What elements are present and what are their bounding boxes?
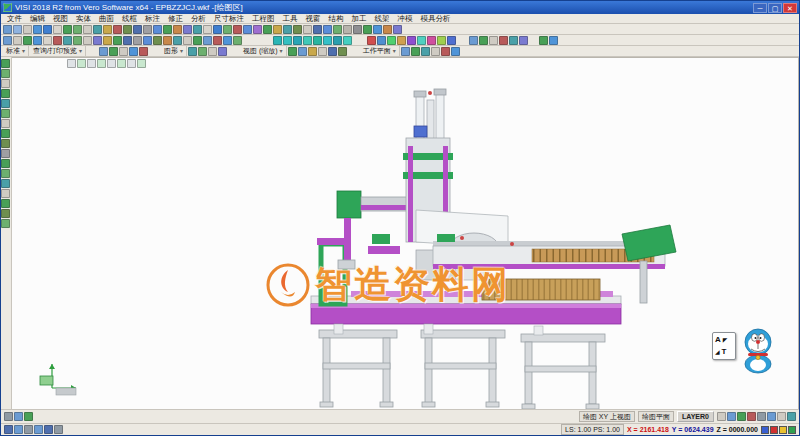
menu-item[interactable]: 分析: [187, 14, 210, 24]
toolbar-icon[interactable]: [328, 47, 337, 56]
toolbar-icon[interactable]: [273, 25, 282, 34]
toolbar-icon[interactable]: [93, 25, 102, 34]
surface-tool-icon[interactable]: [283, 36, 292, 45]
layer-indicator[interactable]: LAYER0: [677, 411, 714, 422]
status-color-indicator[interactable]: [770, 426, 778, 434]
tab-graphics[interactable]: 图形: [161, 46, 187, 56]
toolbar-icon[interactable]: [318, 47, 327, 56]
status-color-indicator[interactable]: [761, 426, 769, 434]
menu-item[interactable]: 工具: [279, 14, 302, 24]
toolbar-icon[interactable]: [233, 36, 242, 45]
sidebar-tool-icon[interactable]: [1, 179, 10, 188]
menu-item[interactable]: 编辑: [26, 14, 49, 24]
status-icon[interactable]: [54, 425, 63, 434]
toolbar-icon[interactable]: [99, 47, 108, 56]
toolbar-icon[interactable]: [203, 25, 212, 34]
menu-item[interactable]: 线框: [118, 14, 141, 24]
toolbar-icon[interactable]: [153, 25, 162, 34]
status-icon[interactable]: [24, 412, 33, 421]
surface-tool-icon[interactable]: [333, 36, 342, 45]
toolbar-icon[interactable]: [323, 25, 332, 34]
toolbar-icon[interactable]: [113, 36, 122, 45]
status-icon[interactable]: [4, 425, 13, 434]
view-orientation-icon[interactable]: [77, 59, 86, 68]
tab-standard[interactable]: 标准: [3, 46, 29, 56]
toolbar-icon[interactable]: [193, 25, 202, 34]
status-icon[interactable]: [14, 425, 23, 434]
toolbar-icon[interactable]: [308, 47, 317, 56]
view-orientation-icon[interactable]: [107, 59, 116, 68]
sidebar-tool-icon[interactable]: [1, 199, 10, 208]
solid-tool-icon[interactable]: [407, 36, 416, 45]
toolbar-icon[interactable]: [23, 36, 32, 45]
toolbar-icon[interactable]: [133, 36, 142, 45]
toolbar-icon[interactable]: [373, 25, 382, 34]
toolbar-icon[interactable]: [143, 25, 152, 34]
toolbar-icon[interactable]: [411, 47, 420, 56]
menu-item[interactable]: 视窗: [302, 14, 325, 24]
toolbar-icon[interactable]: [303, 25, 312, 34]
toolbar-icon[interactable]: [243, 25, 252, 34]
toolbar-icon[interactable]: [431, 47, 440, 56]
toolbar-icon[interactable]: [13, 25, 22, 34]
toolbar-icon[interactable]: [93, 36, 102, 45]
toolbar-icon[interactable]: [163, 25, 172, 34]
toolbar-icon[interactable]: [343, 25, 352, 34]
sidebar-tool-icon[interactable]: [1, 159, 10, 168]
status-icon[interactable]: [727, 412, 736, 421]
toolbar-icon[interactable]: [539, 36, 548, 45]
status-icon[interactable]: [717, 412, 726, 421]
cad-viewport[interactable]: 智造资料网 A◤ ◢T: [12, 57, 799, 411]
menu-item[interactable]: 尺寸标注: [210, 14, 248, 24]
surface-tool-icon[interactable]: [293, 36, 302, 45]
toolbar-icon[interactable]: [129, 47, 138, 56]
menu-item[interactable]: 文件: [3, 14, 26, 24]
toolbar-icon[interactable]: [451, 47, 460, 56]
toolbar-icon[interactable]: [223, 36, 232, 45]
status-icon[interactable]: [767, 412, 776, 421]
status-icon[interactable]: [44, 425, 53, 434]
sidebar-tool-icon[interactable]: [1, 139, 10, 148]
toolbar-icon[interactable]: [499, 36, 508, 45]
view-orientation-icon[interactable]: [97, 59, 106, 68]
solid-tool-icon[interactable]: [377, 36, 386, 45]
solid-tool-icon[interactable]: [397, 36, 406, 45]
toolbar-icon[interactable]: [123, 25, 132, 34]
sidebar-tool-icon[interactable]: [1, 129, 10, 138]
sidebar-tool-icon[interactable]: [1, 59, 10, 68]
toolbar-icon[interactable]: [489, 36, 498, 45]
toolbar-icon[interactable]: [133, 25, 142, 34]
sidebar-tool-icon[interactable]: [1, 189, 10, 198]
toolbar-icon[interactable]: [53, 25, 62, 34]
orientation-widget[interactable]: A◤ ◢T: [712, 332, 736, 360]
toolbar-icon[interactable]: [123, 36, 132, 45]
solid-tool-icon[interactable]: [387, 36, 396, 45]
sidebar-tool-icon[interactable]: [1, 209, 10, 218]
toolbar-icon[interactable]: [509, 36, 518, 45]
toolbar-icon[interactable]: [353, 25, 362, 34]
toolbar-icon[interactable]: [139, 47, 148, 56]
toolbar-icon[interactable]: [288, 47, 297, 56]
cad-model-3d[interactable]: [12, 58, 799, 411]
toolbar-icon[interactable]: [103, 25, 112, 34]
surface-tool-icon[interactable]: [273, 36, 282, 45]
toolbar-icon[interactable]: [33, 25, 42, 34]
status-icon[interactable]: [777, 412, 786, 421]
toolbar-icon[interactable]: [83, 25, 92, 34]
surface-tool-icon[interactable]: [323, 36, 332, 45]
toolbar-icon[interactable]: [213, 36, 222, 45]
sidebar-tool-icon[interactable]: [1, 219, 10, 228]
maximize-button[interactable]: ▢: [768, 3, 782, 13]
drawing-plane-label[interactable]: 绘图平面: [638, 411, 674, 422]
status-icon[interactable]: [24, 425, 33, 434]
toolbar-icon[interactable]: [223, 25, 232, 34]
menu-item[interactable]: 修正: [164, 14, 187, 24]
sidebar-tool-icon[interactable]: [1, 169, 10, 178]
minimize-button[interactable]: ─: [753, 3, 767, 13]
menu-item[interactable]: 模具分析: [417, 14, 455, 24]
close-button[interactable]: ✕: [783, 3, 797, 13]
view-orientation-icon[interactable]: [117, 59, 126, 68]
view-orientation-icon[interactable]: [137, 59, 146, 68]
status-icon[interactable]: [747, 412, 756, 421]
menu-item[interactable]: 工程图: [248, 14, 279, 24]
